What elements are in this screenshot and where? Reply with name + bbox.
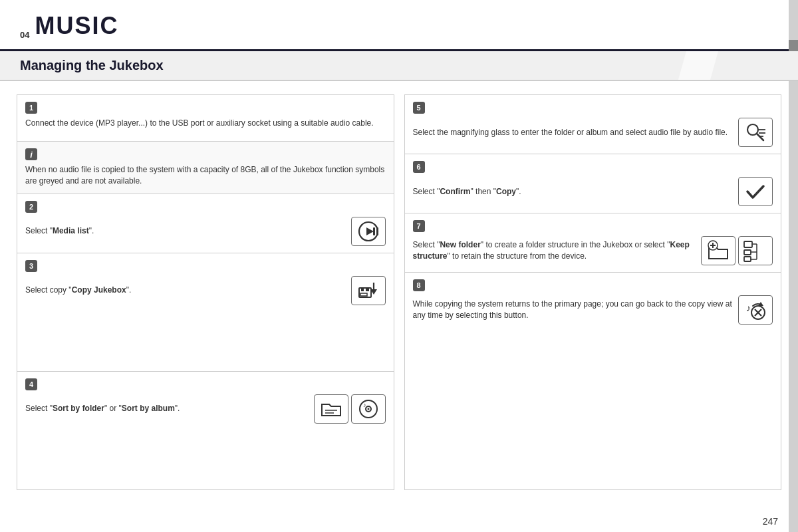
media-list-icon (356, 219, 380, 243)
sort-by-folder-icon-box (314, 394, 348, 424)
step-5-text: Select the magnifying glass to enter the… (413, 127, 733, 138)
sort-by-album-icon-box: ♪ (351, 394, 386, 424)
svg-rect-25 (744, 250, 751, 255)
step-3-number: 3 (25, 260, 37, 272)
search-list-icon-box (738, 118, 773, 147)
step-i-number: i (25, 148, 37, 160)
svg-line-17 (757, 134, 763, 140)
step-2-card: 2 Select "Media list". (17, 194, 394, 253)
step-1-body: Connect the device (MP3 player...) to th… (25, 118, 386, 129)
copy-back-icon: ♪ (743, 298, 767, 322)
keep-structure-icon (743, 239, 767, 263)
step-8-number: 8 (413, 279, 425, 291)
step-5-number: 5 (413, 102, 425, 114)
step-6-number: 6 (413, 161, 425, 173)
step-3-body: Select copy "Copy Jukebox". (25, 276, 386, 305)
copy-back-icon-box: ♪ (738, 295, 773, 325)
step-1-card: 1 Connect the device (MP3 player...) to … (17, 95, 394, 142)
step-3-icons (351, 276, 386, 305)
sort-by-album-icon: ♪ (356, 397, 380, 421)
search-list-icon (743, 120, 767, 144)
step-4-number: 4 (25, 378, 37, 390)
header: 04 MUSIC (0, 0, 798, 51)
subheader: Managing the Jukebox (0, 51, 798, 81)
confirm-icon-box (738, 177, 773, 206)
step-4-body: Select "Sort by folder" or "Sort by albu… (25, 394, 386, 424)
step-8-card: 8 While copying the system returns to th… (405, 273, 781, 331)
svg-rect-3 (376, 227, 378, 235)
section-title: Managing the Jukebox (20, 58, 164, 73)
copy-jukebox-icon (356, 279, 380, 303)
step-5-card: 5 Select the magnifying glass to enter t… (405, 95, 781, 154)
step-2-icons (351, 217, 386, 246)
step-6-card: 6 Select "Confirm" then "Copy". (405, 154, 781, 213)
svg-rect-5 (361, 288, 364, 291)
svg-point-14 (367, 408, 369, 410)
right-column: 5 Select the magnifying glass to enter t… (404, 94, 782, 490)
step-6-body: Select "Confirm" then "Copy". (413, 177, 773, 206)
step-8-icons: ♪ (738, 295, 773, 325)
step-7-icons (701, 236, 773, 265)
svg-rect-7 (360, 293, 367, 296)
svg-rect-2 (373, 227, 375, 235)
step-7-text: Select "New folder" to create a folder s… (413, 239, 696, 262)
step-i-body: When no audio file is copied to the syst… (25, 164, 386, 187)
chapter-title: MUSIC (35, 12, 118, 40)
new-folder-icon-box (701, 236, 735, 265)
step-2-body: Select "Media list". (25, 217, 386, 246)
step-3-card: 3 Select copy "Copy Jukebox". (17, 253, 394, 372)
step-1-number: 1 (25, 102, 37, 114)
step-6-text: Select "Confirm" then "Copy". (413, 186, 733, 198)
svg-text:♪: ♪ (746, 303, 751, 313)
step-6-icons (738, 177, 773, 206)
step-4-icons: ♪ (314, 394, 386, 424)
step-7-number: 7 (413, 220, 425, 232)
step-7-card: 7 Select "New folder" to create a folder… (405, 213, 781, 273)
sort-by-folder-icon (319, 397, 343, 421)
copy-jukebox-icon-box (351, 276, 386, 305)
step-2-number: 2 (25, 201, 37, 213)
step-3-text: Select copy "Copy Jukebox". (25, 285, 346, 296)
step-7-body: Select "New folder" to create a folder s… (413, 236, 773, 265)
media-list-icon-box (351, 217, 386, 246)
step-8-text: While copying the system returns to the … (413, 299, 733, 321)
chapter-number: 04 (20, 30, 29, 40)
step-i-card: i When no audio file is copied to the sy… (17, 142, 394, 194)
new-folder-icon (706, 239, 730, 263)
step-4-text: Select "Sort by folder" or "Sort by albu… (25, 403, 309, 414)
svg-text:♪: ♪ (363, 402, 366, 408)
step-8-body: While copying the system returns to the … (413, 295, 773, 325)
decorative-slash (678, 51, 718, 80)
svg-rect-6 (366, 288, 369, 291)
step-2-text: Select "Media list". (25, 225, 346, 237)
confirm-checkmark-icon (743, 180, 767, 203)
step-i-text: When no audio file is copied to the syst… (25, 164, 386, 187)
left-column: 1 Connect the device (MP3 player...) to … (17, 94, 394, 490)
step-5-body: Select the magnifying glass to enter the… (413, 118, 773, 147)
step-1-text: Connect the device (MP3 player...) to th… (25, 118, 386, 129)
keep-structure-icon-box (738, 236, 773, 265)
svg-marker-1 (366, 227, 374, 235)
main-content: 1 Connect the device (MP3 player...) to … (0, 81, 798, 503)
step-5-icons (738, 118, 773, 147)
page-number: 247 (763, 516, 778, 527)
svg-rect-24 (744, 241, 752, 247)
svg-rect-26 (744, 257, 751, 261)
step-4-card: 4 Select "Sort by folder" or "Sort by al… (17, 372, 394, 489)
